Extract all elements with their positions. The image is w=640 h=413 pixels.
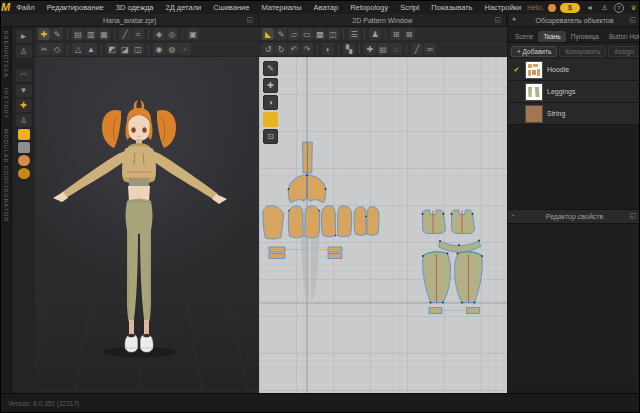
object-browser-header[interactable]: ✚ Обозреватель объектов ◱ — [508, 14, 640, 26]
segment-sewing-tool-icon[interactable]: ╱ — [119, 28, 131, 40]
pin-garment-tool-icon[interactable]: ◈ — [153, 28, 165, 40]
button-tool-icon[interactable]: ◉ — [153, 43, 165, 55]
scissors-flat-tool-icon[interactable]: ✂ — [38, 43, 50, 55]
menu-settings[interactable]: Настройки — [479, 1, 528, 14]
cursor-icon[interactable]: ► — [16, 30, 32, 43]
menu-edit[interactable]: Редактирование — [41, 1, 110, 14]
sewing-circle-tool-icon[interactable]: ◌ — [390, 43, 402, 55]
help-icon[interactable]: ? — [614, 3, 624, 13]
document-tab-header[interactable]: Hana_avatar.zprj ◱ — [1, 14, 258, 26]
avatar-head-icon[interactable] — [18, 155, 30, 166]
menu-2d-patterns[interactable]: 2Д детали — [159, 1, 207, 14]
pattern-canvas-2d[interactable]: ✎✚◑⊡ — [259, 57, 507, 396]
pattern-flip-tool-icon[interactable]: ▦ — [98, 28, 110, 40]
rectangle-pattern-tool-icon[interactable]: ▭ — [301, 28, 313, 40]
comb-tool-icon[interactable]: ☰ — [348, 28, 360, 40]
marvelous-designer-window: M ФайлРедактирование3D одежда2Д деталиСш… — [0, 0, 640, 413]
popout-icon[interactable]: ◱ — [246, 16, 253, 24]
credits-button[interactable]: $ — [560, 3, 580, 13]
menu-sewing[interactable]: Сшивание — [207, 1, 255, 14]
menu-script[interactable]: Script — [394, 1, 425, 14]
unfold-left-tool-icon[interactable]: ↺ — [262, 43, 274, 55]
pen-3d-tool-icon[interactable]: ✎ — [51, 28, 63, 40]
account-icon[interactable]: ♙ — [599, 3, 610, 12]
grid-large-toggle-icon[interactable]: ⊠ — [403, 28, 415, 40]
pattern-solid-tool-icon[interactable]: ▲ — [85, 43, 97, 55]
tab-button[interactable]: Пуговица — [566, 31, 604, 42]
garment-pair-tool-icon[interactable]: ◪ — [119, 43, 131, 55]
pattern-move-tool-icon[interactable]: ▥ — [85, 28, 97, 40]
fabric-item-hoodie[interactable]: ✔ Hoodie — [508, 59, 640, 80]
pins-library-icon[interactable]: ✚ — [16, 99, 32, 112]
sphere-detail-tool-icon[interactable]: ◑ — [263, 95, 278, 110]
edit-pattern-tool-icon[interactable]: ✎ — [275, 28, 287, 40]
tab-fabric[interactable]: Ткань — [538, 31, 565, 42]
pattern-window-header[interactable]: 2D Pattern Window ◱ — [259, 14, 506, 26]
popout-icon[interactable]: ◱ — [629, 16, 636, 24]
check-icon[interactable]: ✔ — [512, 66, 521, 74]
rotate-ccw-tool-icon[interactable]: ↶ — [288, 43, 300, 55]
property-editor-header[interactable]: • Редактор свойств ◱ — [508, 209, 640, 224]
menu-file[interactable]: Файл — [10, 1, 40, 14]
fabric-yellow-swatch-icon[interactable] — [18, 129, 30, 140]
crown-icon[interactable]: ♛ — [628, 3, 639, 12]
add-fabric-button[interactable]: + Добавить — [511, 46, 557, 57]
garment-full-tool-icon[interactable]: ◫ — [132, 43, 144, 55]
polygon-pattern-tool-icon[interactable]: ▱ — [288, 28, 300, 40]
user-avatar-icon[interactable] — [548, 4, 556, 12]
pattern-box-tool-icon[interactable]: ▤ — [72, 28, 84, 40]
needle-detail-tool-icon[interactable]: ✎ — [263, 61, 278, 76]
free-sewing-tool-icon[interactable]: ≈ — [132, 28, 144, 40]
popout-icon[interactable]: ◱ — [494, 16, 501, 24]
copy-fabric-button[interactable]: Копировать — [559, 46, 606, 57]
fabric-swatch-tool-icon[interactable] — [263, 112, 278, 127]
steam-iron-tool-icon[interactable]: ◗ — [322, 43, 334, 55]
show-avatar-silhouette-icon[interactable]: ♟ — [369, 28, 381, 40]
menu-materials[interactable]: Материалы — [255, 1, 307, 14]
scene-3d-canvas[interactable] — [35, 57, 259, 396]
hat-library-icon[interactable]: ◠ — [16, 69, 32, 82]
transform-pattern-tool-icon[interactable]: ◣ — [262, 28, 274, 40]
folder-garment-tool-icon[interactable]: ▣ — [187, 28, 199, 40]
sewing-list-tool-icon[interactable]: ▤ — [377, 43, 389, 55]
grid-small-toggle-icon[interactable]: ⊞ — [390, 28, 402, 40]
rotate-cw-tool-icon[interactable]: ↷ — [301, 43, 313, 55]
fabric-item-leggings[interactable]: Leggings — [508, 81, 640, 102]
graphic-tool-icon[interactable]: ◫ — [327, 28, 339, 40]
fit-garment-tool-icon[interactable]: ◎ — [166, 28, 178, 40]
scissors-sew-tool-icon[interactable]: ◇ — [51, 43, 63, 55]
fabric-gray-swatch-icon[interactable] — [18, 142, 30, 153]
assign-fabric-button[interactable]: Assign — [608, 46, 640, 57]
fabric-item-string[interactable]: String — [508, 103, 640, 124]
tab-buttonhole[interactable]: Button Hole — [604, 31, 640, 42]
move-gizmo-tool-icon[interactable]: ✚ — [38, 28, 50, 40]
button-library-icon[interactable] — [18, 168, 30, 179]
tab-history[interactable]: HISTORY — [3, 88, 9, 119]
menu-3d-garment[interactable]: 3D одежда — [110, 1, 160, 14]
move-detail-tool-icon[interactable]: ✚ — [263, 78, 278, 93]
menu-retopology[interactable]: Retopology — [344, 1, 394, 14]
unfold-right-tool-icon[interactable]: ↻ — [275, 43, 287, 55]
tab-library[interactable]: БИБЛИОТЕКА — [3, 31, 9, 78]
menu-display[interactable]: Показывать — [425, 1, 478, 14]
pin-small-tool-icon[interactable]: ◦ — [179, 43, 191, 55]
layout-garment-tool-icon[interactable]: ▚ — [343, 43, 355, 55]
sewing-edit-tool-icon[interactable]: ✚ — [364, 43, 376, 55]
popout-icon[interactable]: ◱ — [629, 212, 636, 220]
tab-scene[interactable]: Scene — [510, 31, 538, 42]
texture-edit-tool-icon[interactable]: ▩ — [314, 28, 326, 40]
mannequin-library-icon[interactable]: ♙ — [16, 114, 32, 127]
buttonhole-tool-icon[interactable]: ◍ — [166, 43, 178, 55]
pattern-outline-tool-icon[interactable]: △ — [72, 43, 84, 55]
dock-icon[interactable]: ✚ — [512, 16, 516, 22]
garment-half-tool-icon[interactable]: ◩ — [106, 43, 118, 55]
parallel-seam-tool-icon[interactable]: ═ — [424, 43, 436, 55]
tab-modular-configurator[interactable]: MODULAR CONFIGURATOR — [3, 129, 9, 222]
speaker-icon[interactable]: ◄ — [584, 3, 595, 12]
avatar-pose-icon[interactable]: ♙ — [16, 45, 32, 58]
dock-icon[interactable]: • — [512, 212, 514, 218]
lock-tool-icon[interactable]: ⊡ — [263, 129, 278, 144]
seam-line-tool-icon[interactable]: ╱ — [411, 43, 423, 55]
garment-library-icon[interactable]: ▼ — [16, 84, 32, 97]
menu-avatar[interactable]: Аватар — [308, 1, 345, 14]
